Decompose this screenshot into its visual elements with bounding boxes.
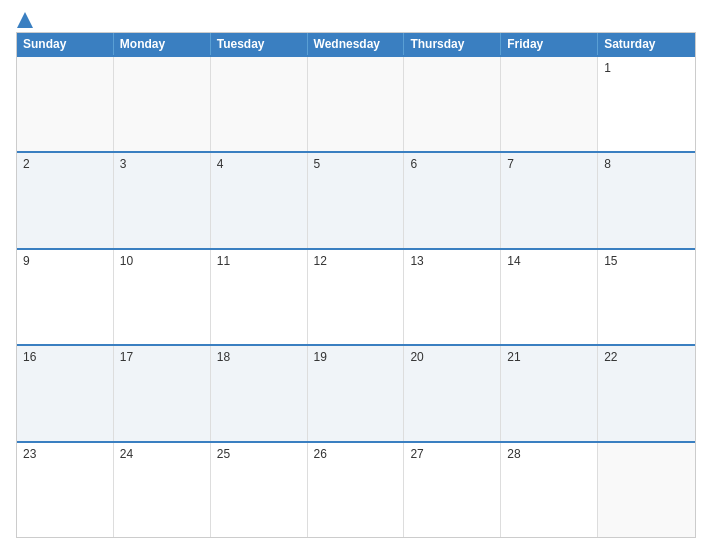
week-row-2: 2345678 <box>17 151 695 247</box>
day-number: 28 <box>507 447 591 461</box>
day-cell: 2 <box>17 153 114 247</box>
day-cell: 8 <box>598 153 695 247</box>
day-number: 20 <box>410 350 494 364</box>
day-number: 8 <box>604 157 689 171</box>
calendar-grid: SundayMondayTuesdayWednesdayThursdayFrid… <box>16 32 696 538</box>
day-headers-row: SundayMondayTuesdayWednesdayThursdayFrid… <box>17 33 695 55</box>
day-cell: 21 <box>501 346 598 440</box>
day-cell <box>501 57 598 151</box>
day-number: 23 <box>23 447 107 461</box>
day-cell: 15 <box>598 250 695 344</box>
day-cell: 28 <box>501 443 598 537</box>
day-number: 1 <box>604 61 689 75</box>
day-cell: 6 <box>404 153 501 247</box>
day-cell: 18 <box>211 346 308 440</box>
day-cell <box>17 57 114 151</box>
day-cell: 25 <box>211 443 308 537</box>
day-cell: 3 <box>114 153 211 247</box>
day-header-wednesday: Wednesday <box>308 33 405 55</box>
day-header-saturday: Saturday <box>598 33 695 55</box>
day-cell: 26 <box>308 443 405 537</box>
weeks-container: 1234567891011121314151617181920212223242… <box>17 55 695 537</box>
day-number: 17 <box>120 350 204 364</box>
week-row-4: 16171819202122 <box>17 344 695 440</box>
day-cell: 24 <box>114 443 211 537</box>
day-cell: 17 <box>114 346 211 440</box>
day-cell: 27 <box>404 443 501 537</box>
day-number: 22 <box>604 350 689 364</box>
day-cell: 22 <box>598 346 695 440</box>
day-number: 27 <box>410 447 494 461</box>
day-header-sunday: Sunday <box>17 33 114 55</box>
day-cell <box>308 57 405 151</box>
day-number: 26 <box>314 447 398 461</box>
day-number: 25 <box>217 447 301 461</box>
logo <box>16 12 33 26</box>
day-cell: 4 <box>211 153 308 247</box>
day-header-thursday: Thursday <box>404 33 501 55</box>
day-cell: 19 <box>308 346 405 440</box>
day-number: 15 <box>604 254 689 268</box>
calendar-page: SundayMondayTuesdayWednesdayThursdayFrid… <box>0 0 712 550</box>
day-number: 4 <box>217 157 301 171</box>
calendar-header <box>16 12 696 26</box>
day-number: 16 <box>23 350 107 364</box>
day-number: 24 <box>120 447 204 461</box>
day-number: 21 <box>507 350 591 364</box>
day-cell: 1 <box>598 57 695 151</box>
day-number: 6 <box>410 157 494 171</box>
day-number: 13 <box>410 254 494 268</box>
day-number: 2 <box>23 157 107 171</box>
day-cell: 20 <box>404 346 501 440</box>
day-header-friday: Friday <box>501 33 598 55</box>
day-number: 3 <box>120 157 204 171</box>
day-cell: 10 <box>114 250 211 344</box>
day-cell <box>598 443 695 537</box>
day-number: 7 <box>507 157 591 171</box>
day-number: 19 <box>314 350 398 364</box>
week-row-5: 232425262728 <box>17 441 695 537</box>
day-cell: 16 <box>17 346 114 440</box>
day-cell: 9 <box>17 250 114 344</box>
day-cell <box>114 57 211 151</box>
day-number: 11 <box>217 254 301 268</box>
day-cell: 14 <box>501 250 598 344</box>
day-number: 14 <box>507 254 591 268</box>
day-cell <box>404 57 501 151</box>
day-cell: 11 <box>211 250 308 344</box>
day-number: 5 <box>314 157 398 171</box>
day-cell: 23 <box>17 443 114 537</box>
day-cell <box>211 57 308 151</box>
week-row-3: 9101112131415 <box>17 248 695 344</box>
week-row-1: 1 <box>17 55 695 151</box>
day-number: 9 <box>23 254 107 268</box>
day-number: 10 <box>120 254 204 268</box>
day-cell: 13 <box>404 250 501 344</box>
svg-marker-0 <box>17 12 33 28</box>
day-header-monday: Monday <box>114 33 211 55</box>
day-cell: 5 <box>308 153 405 247</box>
day-cell: 12 <box>308 250 405 344</box>
day-number: 12 <box>314 254 398 268</box>
day-header-tuesday: Tuesday <box>211 33 308 55</box>
logo-triangle-icon <box>17 12 33 28</box>
day-cell: 7 <box>501 153 598 247</box>
day-number: 18 <box>217 350 301 364</box>
